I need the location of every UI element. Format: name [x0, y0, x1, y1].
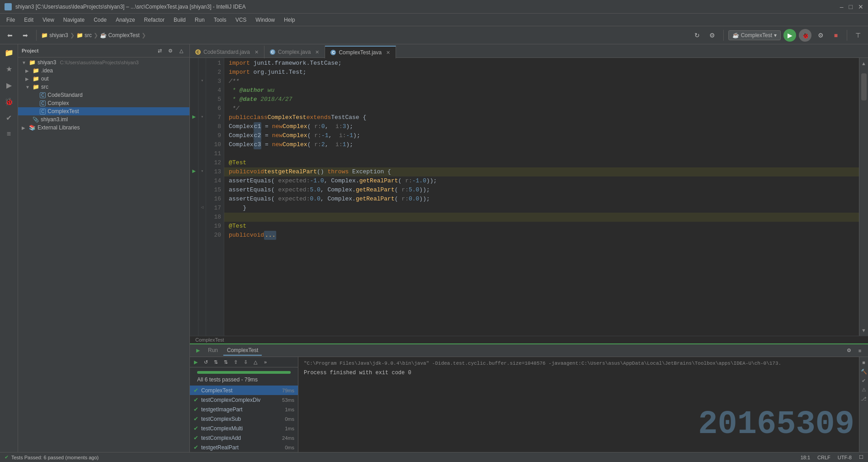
breadcrumb-file[interactable]: ☕ ComplexTest — [100, 32, 140, 38]
structure-icon[interactable]: ≡ — [3, 128, 15, 140]
menu-edit[interactable]: Edit — [20, 15, 37, 24]
tree-item-complextest[interactable]: C ComplexTest — [18, 107, 189, 115]
build-icon[interactable]: 🔨 — [860, 368, 868, 375]
tab-icon-codestandard: C — [195, 49, 201, 55]
coverage-button[interactable]: ⚙ — [814, 29, 827, 42]
run-config-selector[interactable]: ☕ ComplexTest ▾ — [728, 30, 781, 40]
menu-refactor[interactable]: Refactor — [141, 15, 168, 24]
bottom-panel: ▶ Run ComplexTest ⚙ ≡ ▶ ↺ ⇅ ⇅ ⇧ — [190, 343, 868, 452]
fold-method[interactable]: ▾ — [198, 167, 206, 176]
menu-navigate[interactable]: Navigate — [60, 15, 88, 24]
tree-item-codestandard[interactable]: C CodeStandard — [18, 91, 189, 99]
tree-item-complex[interactable]: C Complex — [18, 99, 189, 107]
rerun-button[interactable]: ▶ — [192, 358, 200, 366]
fold-region[interactable]: ▾ — [198, 76, 206, 85]
sort-az-button[interactable]: ⇅ — [212, 358, 220, 366]
more-button[interactable]: » — [261, 358, 269, 366]
maximize-button[interactable]: □ — [849, 3, 853, 10]
tab-complextest[interactable]: C ComplexTest.java ✕ — [325, 46, 396, 58]
code-editor[interactable]: ▶ ▶ — [190, 58, 859, 336]
menu-run[interactable]: Run — [191, 15, 208, 24]
todo-icon2[interactable]: ✔ — [860, 377, 868, 384]
menu-view[interactable]: View — [39, 15, 58, 24]
terminal-icon[interactable]: ■ — [860, 359, 868, 366]
menu-tools[interactable]: Tools — [210, 15, 230, 24]
update-button[interactable]: ↻ — [691, 29, 703, 42]
sidebar-settings-button[interactable]: ⚙ — [166, 46, 175, 55]
tab-codestandard[interactable]: C CodeStandard.java ✕ — [190, 46, 264, 58]
scrollbar-thumb[interactable] — [861, 73, 867, 100]
tree-item-src[interactable]: ▼ 📁 src — [18, 83, 189, 91]
run-item-complexsub[interactable]: ✔ testComplexSub 0ms — [190, 414, 298, 424]
run-sidebar-icon: ▶ — [193, 346, 203, 355]
run-gutter-class[interactable]: ▶ — [190, 112, 198, 121]
debug-sidebar-icon[interactable]: 🐞 — [3, 95, 15, 108]
tree-item-shiyan3[interactable]: ▼ 📁 shiyan3 C:\Users\asus\IdeaProjects\s… — [18, 58, 189, 67]
collapse-button[interactable]: △ — [251, 358, 259, 366]
scroll-up-icon[interactable]: ▲ — [860, 60, 868, 67]
settings-button[interactable]: ⚙ — [706, 29, 719, 42]
menu-code[interactable]: Code — [90, 15, 110, 24]
code-content[interactable]: import junit.framework.TestCase; import … — [224, 58, 859, 336]
run-gutter-method[interactable]: ▶ — [190, 167, 198, 176]
tree-item-out[interactable]: ▶ 📁 out — [18, 75, 189, 83]
scrollbar-track[interactable] — [860, 69, 868, 325]
run-item-complexadd[interactable]: ✔ testComplexAdd 24ms — [190, 433, 298, 443]
menu-vcs[interactable]: VCS — [232, 15, 250, 24]
run-button[interactable]: ▶ — [783, 29, 796, 42]
fold-method-body[interactable]: ◁ — [198, 203, 206, 212]
breadcrumb-project[interactable]: 📁 shiyan3 — [41, 32, 68, 38]
tab-close-complextest[interactable]: ✕ — [386, 50, 390, 56]
tree-item-external-libs[interactable]: ▶ 📚 External Libraries — [18, 124, 189, 132]
navigate-forward-button[interactable]: ➡ — [19, 29, 32, 42]
run-item-complexdiv[interactable]: ✔ testComplexComplexDiv 53ms — [190, 395, 298, 405]
menu-analyze[interactable]: Analyze — [112, 15, 139, 24]
todo-icon[interactable]: ✔ — [3, 111, 15, 124]
bottom-tab-run[interactable]: Run — [204, 346, 222, 356]
menu-build[interactable]: Build — [170, 15, 189, 24]
tab-complex[interactable]: C Complex.java ✕ — [264, 46, 326, 58]
stop-button[interactable]: ■ — [830, 29, 842, 42]
tree-item-idea[interactable]: ▶ 📁 .idea — [18, 67, 189, 75]
scroll-down-icon[interactable]: ▼ — [860, 327, 868, 334]
favorites-icon[interactable]: ★ — [3, 62, 15, 75]
tab-icon-complex: C — [270, 49, 275, 55]
run-item-label: testComplexSub — [201, 416, 241, 422]
project-icon[interactable]: 📁 — [3, 46, 15, 59]
code-line-6: */ — [224, 104, 859, 113]
vcs-icon[interactable]: ⎇ — [860, 395, 868, 402]
export-button[interactable]: ⇩ — [241, 358, 250, 366]
run-icon[interactable]: ▶ — [3, 79, 15, 91]
tree-item-iml[interactable]: 📎 shiyan3.iml — [18, 115, 189, 124]
encoding[interactable]: UTF-8 — [838, 455, 852, 460]
event-icon[interactable]: ⚠ — [860, 386, 868, 393]
close-button[interactable]: ✕ — [858, 3, 863, 10]
settings-icon[interactable]: ⚙ — [844, 346, 854, 355]
breadcrumb-src[interactable]: 📁 src — [76, 32, 92, 38]
tab-close-complex[interactable]: ✕ — [315, 49, 319, 55]
sidebar-collapse-button[interactable]: △ — [177, 46, 186, 55]
import-button[interactable]: ⇧ — [231, 358, 240, 366]
run-item-complextest[interactable]: ✔ ComplexTest 79ms — [190, 386, 298, 395]
run-item-getimagepart[interactable]: ✔ testgetImagePart 1ms — [190, 405, 298, 414]
debug-button[interactable]: 🐞 — [799, 29, 811, 42]
line-ending[interactable]: CRLF — [817, 455, 830, 460]
navigate-back-button[interactable]: ⬅ — [4, 29, 16, 42]
sort-duration-button[interactable]: ⇅ — [222, 358, 230, 366]
rerun-failed-button[interactable]: ↺ — [202, 358, 210, 366]
run-item-complexmulti[interactable]: ✔ testComplexMulti 1ms — [190, 424, 298, 433]
minimize-button[interactable]: – — [840, 3, 844, 10]
bottom-tab-complextest[interactable]: ComplexTest — [223, 346, 262, 356]
sidebar-sync-button[interactable]: ⇄ — [155, 46, 164, 55]
menu-help[interactable]: Help — [280, 15, 299, 24]
menu-file[interactable]: File — [3, 15, 19, 24]
layout-button[interactable]: ⊤ — [852, 29, 864, 42]
options-icon[interactable]: ≡ — [855, 346, 864, 355]
menu-window[interactable]: Window — [252, 15, 278, 24]
cursor-position[interactable]: 18:1 — [801, 455, 810, 460]
tab-close-codestandard[interactable]: ✕ — [255, 49, 259, 55]
run-item-getrealpart[interactable]: ✔ testgetRealPart 0ms — [190, 443, 298, 452]
code-editor-wrapper: ▶ ▶ — [190, 58, 868, 336]
tab-label-complextest: ComplexTest.java — [339, 49, 382, 56]
fold-class[interactable]: ▾ — [198, 112, 206, 121]
